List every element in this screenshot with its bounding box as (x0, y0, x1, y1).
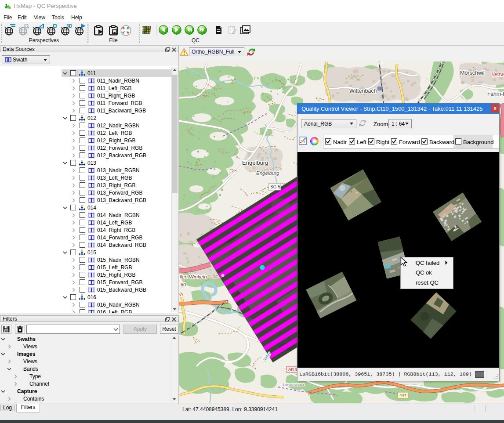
svg-text:Verzwe: Verzwe (492, 72, 504, 77)
svg-text:AR 9: AR 9 (288, 367, 297, 372)
svg-text:Engelburg: Engelburg (242, 159, 268, 166)
svg-text:llen Winkeln: llen Winkeln (180, 274, 207, 279)
svg-text:Fahrn-Rie: Fahrn-Rie (487, 91, 504, 97)
svg-text:Mörschwil: Mörschwil (460, 70, 485, 76)
svg-text:n: n (180, 292, 183, 297)
svg-text:Steinachstrasse: Steinachstrasse (283, 383, 305, 386)
svg-text:Wittenbach: Wittenbach (349, 88, 377, 94)
svg-text:447: 447 (399, 393, 406, 398)
svg-text:Engelburg: Engelburg (256, 170, 279, 176)
svg-text:SG 5: SG 5 (270, 184, 280, 189)
svg-text:80: 80 (181, 282, 186, 287)
svg-text:3D: 3D (66, 24, 72, 29)
